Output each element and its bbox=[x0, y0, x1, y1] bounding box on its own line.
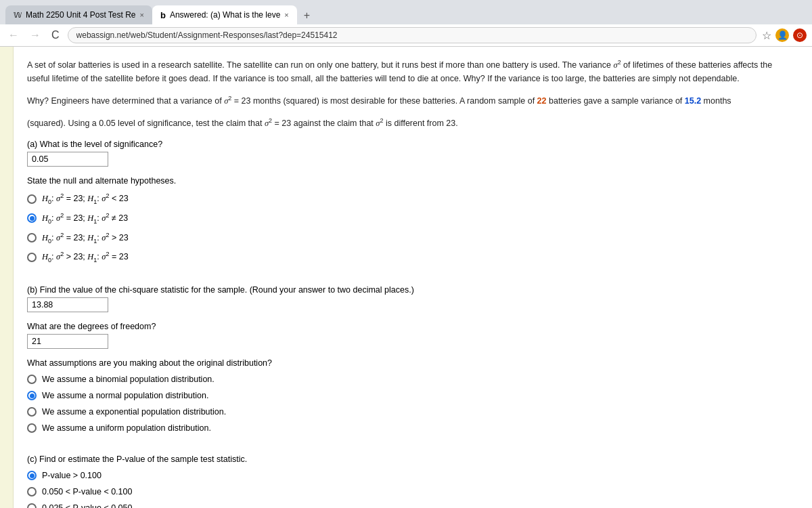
pvalue-radio-1[interactable] bbox=[27, 471, 37, 480]
pvalue-option-2[interactable]: 0.050 < P-value < 0.100 bbox=[27, 487, 796, 496]
hypothesis-3-text: H0: σ2 = 23; H1: σ2 > 23 bbox=[42, 232, 129, 245]
pvalue-2-text: 0.050 < P-value < 0.100 bbox=[42, 487, 132, 496]
intro-paragraph3: (squared). Using a 0.05 level of signifi… bbox=[27, 116, 796, 130]
hypothesis-1-text: H0: σ2 = 23; H1: σ2 < 23 bbox=[42, 192, 129, 205]
part-c-label: (c) Find or estimate the P-value of the … bbox=[27, 454, 796, 464]
hypothesis-option-1[interactable]: H0: σ2 = 23; H1: σ2 < 23 bbox=[27, 192, 796, 205]
tab2-close[interactable]: × bbox=[284, 11, 288, 19]
df-label: What are the degrees of freedom? bbox=[27, 322, 796, 331]
pvalue-option-1[interactable]: P-value > 0.100 bbox=[27, 471, 796, 480]
hypotheses-label: State the null and alternate hypotheses. bbox=[27, 176, 796, 186]
radio-4[interactable] bbox=[27, 253, 37, 262]
radio-3[interactable] bbox=[27, 233, 37, 242]
address-input[interactable] bbox=[68, 27, 757, 43]
tab-answered[interactable]: b Answered: (a) What is the leve × bbox=[152, 5, 297, 24]
tab2-title: Answered: (a) What is the leve bbox=[170, 10, 280, 20]
tab-math2250[interactable]: 𝕎 Math 2250 Unit 4 Post Test Re × bbox=[5, 5, 152, 24]
intro-paragraph1: A set of solar batteries is used in a re… bbox=[27, 58, 796, 85]
new-tab-button[interactable]: + bbox=[297, 7, 317, 24]
tab1-title: Math 2250 Unit 4 Post Test Re bbox=[26, 10, 136, 20]
sidebar-strip bbox=[0, 47, 14, 508]
assumption-radio-4[interactable] bbox=[27, 423, 37, 433]
profile-button[interactable]: 👤 bbox=[775, 28, 789, 42]
assumption-3-text: We assume a exponential population distr… bbox=[42, 407, 226, 417]
tab2-icon: b bbox=[160, 10, 166, 20]
hypotheses-section: State the null and alternate hypotheses.… bbox=[27, 176, 796, 263]
assumption-option-3[interactable]: We assume a exponential population distr… bbox=[27, 407, 796, 417]
forward-button[interactable]: → bbox=[27, 28, 43, 43]
hypothesis-option-2[interactable]: H0: σ2 = 23; H1: σ2 ≠ 23 bbox=[27, 212, 796, 225]
bookmark-button[interactable]: ☆ bbox=[762, 29, 771, 42]
hypothesis-option-3[interactable]: H0: σ2 = 23; H1: σ2 > 23 bbox=[27, 232, 796, 245]
part-b-section: (b) Find the value of the chi-square sta… bbox=[27, 285, 796, 349]
assumptions-section: What assumptions are you making about th… bbox=[27, 358, 796, 433]
pvalue-radio-2[interactable] bbox=[27, 487, 37, 496]
assumption-option-4[interactable]: We assume a uniform population distribut… bbox=[27, 423, 796, 433]
browser-actions: ☆ 👤 ⊙ bbox=[762, 28, 807, 42]
menu-button[interactable]: ⊙ bbox=[793, 28, 807, 42]
pvalue-3-text: 0.025 < P-value < 0.050 bbox=[42, 503, 132, 508]
assumption-4-text: We assume a uniform population distribut… bbox=[42, 423, 211, 433]
main-content: A set of solar batteries is used in a re… bbox=[14, 47, 812, 508]
assumption-option-2[interactable]: We assume a normal population distributi… bbox=[27, 391, 796, 400]
highlight-152: 15.2 bbox=[685, 96, 701, 106]
part-a-section: (a) What is the level of significance? bbox=[27, 140, 796, 167]
hypotheses-radio-group: H0: σ2 = 23; H1: σ2 < 23 H0: σ2 = 23; H1… bbox=[27, 192, 796, 263]
radio-1[interactable] bbox=[27, 194, 37, 204]
chi-square-label: (b) Find the value of the chi-square sta… bbox=[27, 285, 796, 295]
assumption-option-1[interactable]: We assume a binomial population distribu… bbox=[27, 375, 796, 384]
intro-paragraph2: Why? Engineers have determined that a va… bbox=[27, 93, 796, 108]
highlight-22: 22 bbox=[537, 96, 547, 106]
part-a-label: (a) What is the level of significance? bbox=[27, 140, 796, 149]
hypothesis-option-4[interactable]: H0: σ2 > 23; H1: σ2 = 23 bbox=[27, 251, 796, 263]
hypothesis-2-text: H0: σ2 = 23; H1: σ2 ≠ 23 bbox=[42, 212, 128, 225]
assumption-radio-3[interactable] bbox=[27, 407, 37, 417]
chi-square-input[interactable] bbox=[27, 297, 108, 312]
browser-window: 𝕎 Math 2250 Unit 4 Post Test Re × b Answ… bbox=[0, 0, 812, 508]
radio-2[interactable] bbox=[27, 213, 37, 223]
assumption-2-text: We assume a normal population distributi… bbox=[42, 391, 208, 400]
pvalue-radio-group: P-value > 0.100 0.050 < P-value < 0.100 … bbox=[27, 471, 796, 508]
assumption-radio-2[interactable] bbox=[27, 391, 37, 400]
significance-input[interactable] bbox=[27, 152, 108, 167]
refresh-button[interactable]: C bbox=[49, 28, 62, 43]
part-c-section: (c) Find or estimate the P-value of the … bbox=[27, 454, 796, 508]
assumption-1-text: We assume a binomial population distribu… bbox=[42, 375, 215, 384]
hypothesis-4-text: H0: σ2 > 23; H1: σ2 = 23 bbox=[42, 251, 129, 263]
page-content: A set of solar batteries is used in a re… bbox=[0, 47, 812, 508]
pvalue-radio-3[interactable] bbox=[27, 503, 37, 508]
tab1-close[interactable]: × bbox=[140, 11, 144, 19]
back-button[interactable]: ← bbox=[5, 28, 22, 43]
assumptions-radio-group: We assume a binomial population distribu… bbox=[27, 375, 796, 433]
pvalue-1-text: P-value > 0.100 bbox=[42, 471, 102, 480]
tab1-icon: 𝕎 bbox=[14, 11, 22, 20]
assumption-radio-1[interactable] bbox=[27, 375, 37, 384]
address-bar: ← → C ☆ 👤 ⊙ bbox=[0, 24, 812, 47]
df-input[interactable] bbox=[27, 334, 108, 349]
assumptions-label: What assumptions are you making about th… bbox=[27, 358, 796, 368]
tab-bar: 𝕎 Math 2250 Unit 4 Post Test Re × b Answ… bbox=[0, 0, 812, 24]
pvalue-option-3[interactable]: 0.025 < P-value < 0.050 bbox=[27, 503, 796, 508]
